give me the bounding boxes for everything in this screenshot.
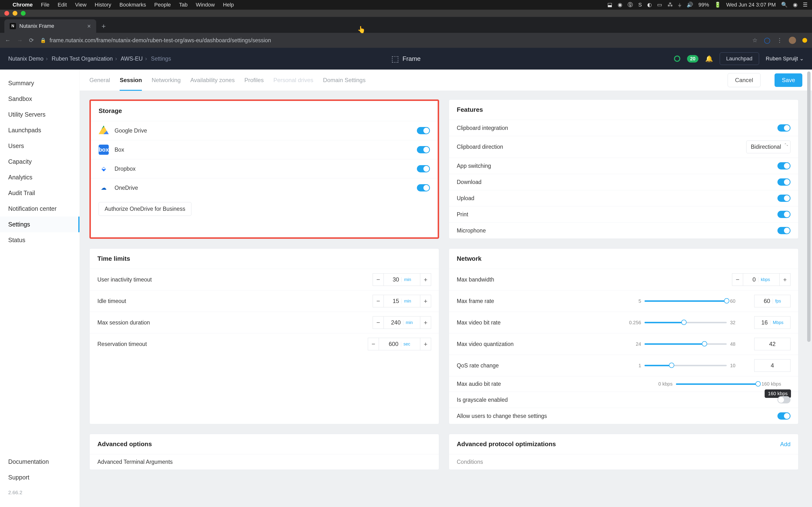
onedrive-toggle[interactable] [417,184,430,191]
sidebar-item-summary[interactable]: Summary [0,75,80,91]
decrement-button[interactable]: − [373,316,384,329]
close-window-button[interactable] [4,11,9,16]
decrement-button[interactable]: − [368,338,379,350]
subtab-profiles[interactable]: Profiles [244,77,264,83]
sidebar-item-audit-trail[interactable]: Audit Trail [0,185,80,201]
dropbox-menubar-icon[interactable]: ⬓ [607,2,612,8]
menubar-datetime[interactable]: Wed Jun 24 3:07 PM [726,2,776,8]
sidebar-item-users[interactable]: Users [0,138,80,154]
airplay-icon[interactable]: ▭ [657,2,662,8]
menu-help[interactable]: Help [223,2,234,8]
max-video-quant-slider[interactable] [645,343,727,345]
increment-button[interactable]: + [420,316,431,329]
app-switching-toggle[interactable] [777,162,791,169]
status-icon[interactable]: ◉ [618,2,622,8]
crumb-3[interactable]: Settings [151,56,171,62]
scrollbar[interactable] [807,71,811,342]
allow-users-change-toggle[interactable] [777,412,791,419]
box-toggle[interactable] [417,146,430,153]
subtab-session[interactable]: Session [120,77,142,91]
volume-icon[interactable]: 🔊 [687,2,693,8]
bell-icon[interactable]: 🔔 [705,55,713,62]
increment-button[interactable]: + [420,273,431,286]
crumb-2[interactable]: AWS-EU [120,56,143,62]
upload-toggle[interactable] [777,194,791,202]
siri-icon[interactable]: ◉ [793,2,798,8]
increment-button[interactable]: + [420,338,431,350]
close-tab-icon[interactable]: × [87,22,91,30]
decrement-button[interactable]: − [373,295,384,307]
user-inactivity-stepper[interactable]: −30min+ [373,273,431,286]
subtab-domain-settings[interactable]: Domain Settings [323,77,366,83]
status-icon-5[interactable]: ⁂ [667,2,673,8]
menu-window[interactable]: Window [196,2,215,8]
cancel-button[interactable]: Cancel [728,73,761,87]
spotlight-icon[interactable]: 🔍 [781,2,788,8]
status-icon-2[interactable]: ⓖ [627,1,633,8]
maximize-window-button[interactable] [21,11,26,16]
sidebar-item-documentation[interactable]: Documentation [0,454,80,469]
grayscale-toggle[interactable] [777,396,791,403]
sidebar-item-support[interactable]: Support [0,469,80,485]
extension-icon-1[interactable]: ◯ [764,37,770,44]
sidebar-item-settings[interactable]: Settings [0,217,80,232]
profile-dot-icon[interactable] [802,38,807,43]
menu-view[interactable]: View [75,2,87,8]
battery-icon[interactable]: 🔋 [714,2,721,8]
crumb-1[interactable]: Ruben Test Organization [52,56,113,62]
crumb-0[interactable]: Nutanix Demo [8,56,44,62]
menu-bookmarks[interactable]: Bookmarks [119,2,146,8]
max-audio-bitrate-slider[interactable] [676,383,758,385]
menubar-app[interactable]: Chrome [12,2,33,8]
google-drive-toggle[interactable] [417,127,430,134]
max-frame-rate-slider[interactable] [645,300,727,302]
subtab-general[interactable]: General [89,77,110,83]
reload-button[interactable]: ⟳ [29,37,34,44]
menu-tab[interactable]: Tab [179,2,188,8]
clipboard-direction-select[interactable]: Bidirectional [746,140,791,153]
menu-history[interactable]: History [95,2,111,8]
sidebar-item-analytics[interactable]: Analytics [0,169,80,185]
status-icon-3[interactable]: S [638,2,642,8]
sidebar-item-utility-servers[interactable]: Utility Servers [0,107,80,122]
clipboard-integration-toggle[interactable] [777,124,791,131]
status-ring-icon[interactable] [674,56,680,62]
subtab-availability-zones[interactable]: Availability zones [190,77,235,83]
sidebar-item-capacity[interactable]: Capacity [0,154,80,169]
status-badge[interactable]: 20 [687,55,698,62]
control-center-icon[interactable]: ☰ [803,2,808,8]
sidebar-item-sandbox[interactable]: Sandbox [0,91,80,107]
user-menu[interactable]: Ruben Spruijt ⌄ [766,56,804,62]
status-icon-4[interactable]: ◐ [647,2,652,8]
authorize-onedrive-button[interactable]: Authorize OneDrive for Business [99,202,191,216]
bookmark-star-icon[interactable]: ☆ [752,37,758,44]
add-link[interactable]: Add [780,441,798,448]
dropbox-toggle[interactable] [417,165,430,172]
slider-value[interactable]: 16 [761,319,768,326]
wifi-icon[interactable]: ⏚ [678,2,681,8]
menu-file[interactable]: File [41,2,49,8]
idle-timeout-stepper[interactable]: −15min+ [373,295,431,307]
omnibox[interactable]: 🔒 frame.nutanix.com/frame/nutanix-demo/r… [40,37,746,44]
max-bandwidth-stepper[interactable]: −0kbps+ [732,273,791,286]
menu-edit[interactable]: Edit [58,2,67,8]
decrement-button[interactable]: − [373,273,384,286]
menu-people[interactable]: People [154,2,171,8]
save-button[interactable]: Save [774,73,802,87]
download-toggle[interactable] [777,178,791,186]
decrement-button[interactable]: − [732,273,743,286]
slider-value[interactable]: 42 [769,341,776,347]
max-session-stepper[interactable]: −240min+ [373,316,431,329]
print-toggle[interactable] [777,211,791,218]
back-button[interactable]: ← [5,37,11,44]
increment-button[interactable]: + [779,273,791,286]
forward-button[interactable]: → [17,37,23,44]
reservation-timeout-stepper[interactable]: −600sec+ [368,338,431,350]
profile-avatar-icon[interactable] [789,37,796,44]
slider-value[interactable]: 60 [764,298,770,304]
microphone-toggle[interactable] [777,227,791,234]
max-video-bitrate-slider[interactable] [645,322,727,323]
qos-rate-slider[interactable] [645,365,727,366]
extension-icon-2[interactable]: ⋮ [777,37,782,44]
slider-value[interactable]: 4 [771,362,774,369]
